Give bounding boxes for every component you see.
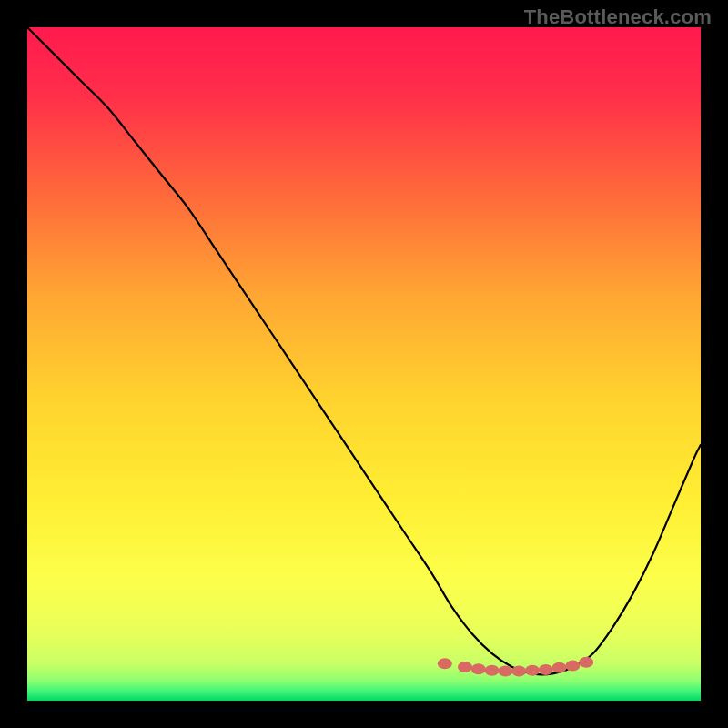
gradient-background (27, 27, 701, 701)
marker-dot (485, 665, 500, 676)
chart-stage: TheBottleneck.com (0, 0, 728, 728)
marker-dot (498, 665, 512, 676)
marker-dot (552, 662, 567, 673)
marker-dot (525, 665, 540, 676)
marker-dot (511, 665, 526, 676)
chart-svg (27, 27, 701, 701)
marker-dot (471, 663, 486, 674)
marker-dot (539, 664, 553, 675)
marker-dot (458, 662, 472, 672)
watermark-text: TheBottleneck.com (524, 5, 712, 29)
marker-dot (438, 658, 452, 669)
marker-dot (565, 661, 580, 672)
marker-dot (579, 657, 593, 668)
plot-area (27, 27, 701, 701)
